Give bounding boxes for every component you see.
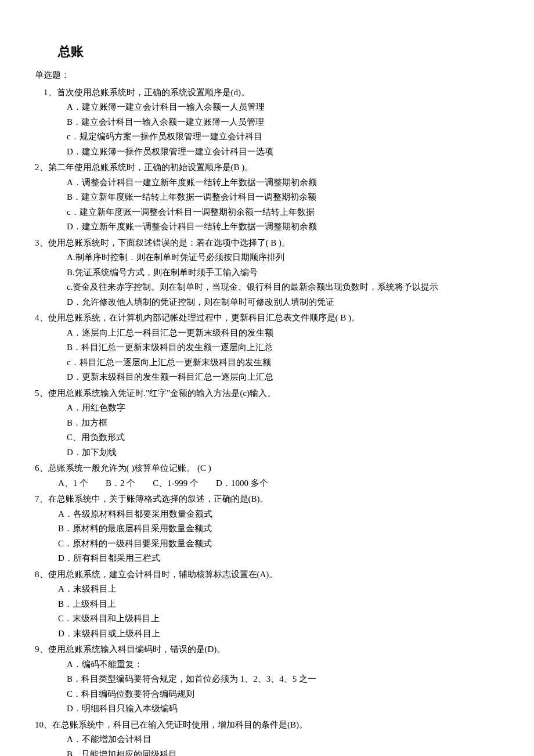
- question-stem: 4、使用总账系统，在计算机内部记帐处理过程中，更新科目汇总表文件顺序是( B )…: [35, 311, 499, 326]
- option: A．不能增加会计科目: [67, 732, 499, 747]
- option: B．只能增加相应的同级科目: [67, 747, 499, 756]
- options: A.制单序时控制．则在制单时凭证号必须按日期顺序排列B.凭证系统编号方式，则在制…: [35, 250, 499, 309]
- option: C．末级科目和上级科目上: [58, 611, 499, 627]
- question-stem: 1、首次使用总账系统时，正确的系统设置顺序是(d)。: [35, 85, 499, 100]
- question: 1、首次使用总账系统时，正确的系统设置顺序是(d)。A．建立账簿一建立会计科目一…: [35, 85, 499, 160]
- question: 5、使用总账系统输入凭证时."红字"金额的输入方法是(c)输入。A．用红色数字B…: [35, 386, 499, 460]
- option: A．末级科目上: [58, 582, 499, 597]
- option: c．规定编码方案一操作员权限管理一建立会计科目: [67, 129, 499, 145]
- option: D．1000 多个: [216, 478, 268, 488]
- question-stem: 3、使用总账系统时，下面叙述错误的是：若在选项中选择了( B )。: [35, 236, 499, 251]
- option: D．允许修改他人填制的凭证控制，则在制单时可修改别人填制的凭证: [67, 295, 499, 310]
- question: 6、总账系统一般允许为( )核算单位记账。 (C )A、1 个B．2 个C、1-…: [35, 461, 499, 491]
- option: D．所有科目都采用三栏式: [58, 551, 499, 566]
- question: 7、在总账系统中，关于账簿格式选择的叙述，正确的是(B)。A．各级原材料科目都要…: [35, 492, 499, 566]
- option: B.凭证系统编号方式，则在制单时须手工输入编号: [67, 265, 499, 280]
- option: c．建立新年度账一调整会计科目一调整期初余额一结转上年数据: [67, 205, 499, 220]
- options: A．用红色数字B．加方框C、用负数形式D．加下划线: [35, 401, 499, 460]
- section-label: 单选题：: [35, 68, 499, 83]
- option: B．2 个: [106, 478, 135, 488]
- questions-container: 1、首次使用总账系统时，正确的系统设置顺序是(d)。A．建立账簿一建立会计科目一…: [35, 85, 499, 756]
- question-stem: 10、在总账系统中，科目已在输入凭证时使用，增加科目的条件是(B)。: [35, 718, 499, 733]
- option: A．用红色数字: [67, 401, 499, 416]
- question: 2、第二年使用总账系统时，正确的初始设置顺序是(B )。A．调整会计科目一建立新…: [35, 160, 499, 235]
- option: A.制单序时控制．则在制单时凭证号必须按日期顺序排列: [67, 250, 499, 265]
- option: A．编码不能重复：: [67, 657, 499, 672]
- options: A．编码不能重复：B．科目类型编码要符合规定，如首位必须为 1、2、3、4、5 …: [35, 657, 499, 717]
- option: C、1-999 个: [153, 478, 199, 488]
- question-stem: 6、总账系统一般允许为( )核算单位记账。 (C ): [35, 461, 499, 476]
- question: 4、使用总账系统，在计算机内部记帐处理过程中，更新科目汇总表文件顺序是( B )…: [35, 311, 499, 385]
- option: c．科目汇总一逐层向上汇总一更新末级科目的发生额: [67, 355, 499, 370]
- question: 3、使用总账系统时，下面叙述错误的是：若在选项中选择了( B )。A.制单序时控…: [35, 236, 499, 310]
- option: D．明细科目只输入本级编码: [67, 701, 499, 717]
- option: D．加下划线: [67, 445, 499, 460]
- option: B．原材料的最底层科目采用数量金额式: [58, 521, 499, 537]
- option: A．逐层向上汇总一科目汇总一更新末级科目的发生额: [67, 326, 499, 341]
- options: A．不能增加会计科目B．只能增加相应的同级科目: [35, 732, 499, 756]
- question: 8、使用总账系统，建立会计科目时，辅助核算标志设置在(A)。A．末级科目上B．上…: [35, 567, 499, 642]
- option: D．更新末级科目的发生额一科目汇总一逐层向上汇总: [67, 370, 499, 385]
- question: 10、在总账系统中，科目已在输入凭证时使用，增加科目的条件是(B)。A．不能增加…: [35, 718, 499, 756]
- option: C．原材料的一级科目要采用数量金额式: [58, 537, 499, 552]
- question-stem: 9、使用总账系统输入科目编码时，错误的是(D)。: [35, 642, 499, 657]
- option: D．建立账簿一操作员权限管理一建立会计科目一选项: [67, 145, 499, 160]
- options: A．建立账簿一建立会计科目一输入余额一人员管理B．建立会计科目一输入余额一建立账…: [35, 100, 499, 159]
- option: A．调整会计科目一建立新年度账一结转上年数据一调整期初余额: [67, 175, 499, 190]
- option-row: A、1 个B．2 个C、1-999 个D．1000 多个: [35, 476, 499, 491]
- option: B．建立会计科目一输入余额一建立账簿一人员管理: [67, 115, 499, 130]
- option: A、1 个: [58, 478, 88, 488]
- option: C、用负数形式: [67, 430, 499, 445]
- option: A．各级原材料科目都要采用数量金额式: [58, 507, 499, 522]
- question-stem: 7、在总账系统中，关于账簿格式选择的叙述，正确的是(B)。: [35, 492, 499, 507]
- option: C．科目编码位数要符合编码规则: [67, 687, 499, 702]
- option: B．加方框: [67, 416, 499, 431]
- option: B．上级科目上: [58, 597, 499, 612]
- option: D．建立新年度账一调整会计科目一结转上年数据一调整期初余额: [67, 219, 499, 235]
- question-stem: 8、使用总账系统，建立会计科目时，辅助核算标志设置在(A)。: [35, 567, 499, 582]
- question: 9、使用总账系统输入科目编码时，错误的是(D)。A．编码不能重复：B．科目类型编…: [35, 642, 499, 717]
- option: B．建立新年度账一结转上年数据一调整会计科目一调整期初余额: [67, 190, 499, 205]
- question-stem: 2、第二年使用总账系统时，正确的初始设置顺序是(B )。: [35, 160, 499, 175]
- option: c.资金及往来赤字控制。则在制单时，当现金、银行科目的最新余额出现负数时，系统将…: [67, 280, 499, 295]
- option: D．末级科目或上级科目上: [58, 627, 499, 642]
- document-title: 总账: [58, 41, 499, 62]
- options: A．调整会计科目一建立新年度账一结转上年数据一调整期初余额B．建立新年度账一结转…: [35, 175, 499, 235]
- option: B．科目汇总一更新末级科目的发生额一逐层向上汇总: [67, 340, 499, 355]
- question-stem: 5、使用总账系统输入凭证时."红字"金额的输入方法是(c)输入。: [35, 386, 499, 401]
- options: A．各级原材料科目都要采用数量金额式B．原材料的最底层科目采用数量金额式C．原材…: [35, 507, 499, 566]
- option: B．科目类型编码要符合规定，如首位必须为 1、2、3、4、5 之一: [67, 672, 499, 687]
- options: A．末级科目上B．上级科目上C．末级科目和上级科目上D．末级科目或上级科目上: [35, 582, 499, 641]
- option: A．建立账簿一建立会计科目一输入余额一人员管理: [67, 100, 499, 115]
- options: A．逐层向上汇总一科目汇总一更新末级科目的发生额B．科目汇总一更新末级科目的发生…: [35, 326, 499, 385]
